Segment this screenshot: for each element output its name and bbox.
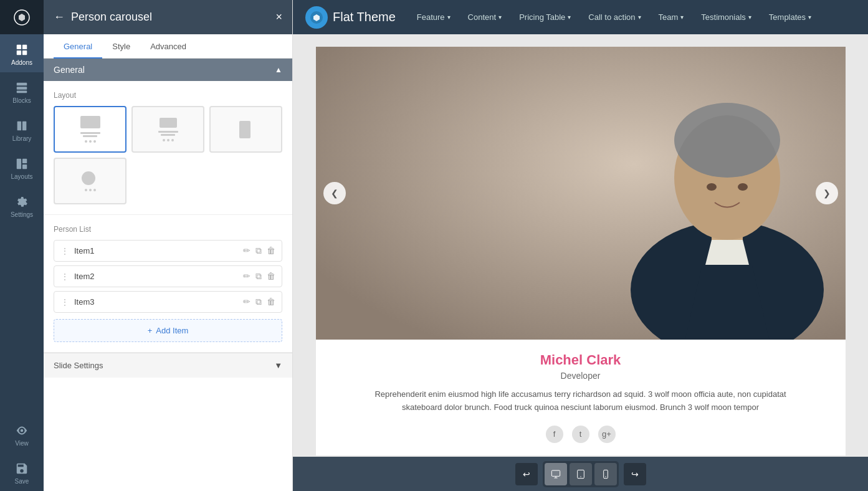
panel-tabs: General Style Advanced bbox=[44, 34, 292, 59]
panel-header-left: ← Person carousel bbox=[54, 11, 152, 24]
social-twitter-icon[interactable]: t bbox=[572, 426, 589, 443]
item-name: Item1 bbox=[74, 246, 243, 255]
person-list-section: Person List ⋮ Item1 ✏ ⧉ 🗑 ⋮ Item2 ✏ bbox=[44, 215, 292, 353]
svg-rect-11 bbox=[22, 159, 27, 163]
svg-rect-8 bbox=[17, 122, 21, 131]
nav-item-testimonials[interactable]: Testimonials ▾ bbox=[692, 0, 760, 34]
item-name: Item3 bbox=[74, 297, 243, 307]
sidebar-item-view[interactable]: View bbox=[0, 415, 44, 453]
sidebar-item-library[interactable]: Library bbox=[0, 110, 44, 148]
carousel-next-button[interactable]: ❯ bbox=[816, 182, 838, 204]
tab-advanced[interactable]: Advanced bbox=[140, 34, 196, 59]
drag-handle-icon[interactable]: ⋮ bbox=[60, 272, 69, 282]
plus-icon: + bbox=[148, 326, 153, 335]
redo-button[interactable]: ↪ bbox=[624, 463, 646, 485]
device-group bbox=[543, 461, 619, 487]
chevron-down-icon: ▾ bbox=[680, 14, 684, 21]
layout-row2 bbox=[54, 158, 282, 204]
icon-sidebar: Addons Blocks Library Layouts Settings V… bbox=[0, 0, 44, 491]
svg-point-13 bbox=[21, 429, 24, 432]
chevron-down-icon: ▼ bbox=[274, 361, 282, 370]
carousel-person-desc: Reprehenderit enim eiusmod high life acc… bbox=[369, 388, 793, 414]
nav-item-pricing-table[interactable]: Pricing Table ▾ bbox=[510, 0, 579, 34]
brand-icon bbox=[305, 6, 328, 29]
add-item-button[interactable]: + Add Item bbox=[54, 319, 282, 342]
layout-section: Layout bbox=[44, 81, 292, 215]
social-facebook-icon[interactable]: f bbox=[546, 426, 563, 443]
layout-lines-1 bbox=[80, 131, 100, 138]
list-item[interactable]: ⋮ Item1 ✏ ⧉ 🗑 bbox=[54, 240, 282, 262]
delete-icon[interactable]: 🗑 bbox=[267, 271, 275, 282]
nav-item-content[interactable]: Content ▾ bbox=[459, 0, 511, 34]
svg-rect-2 bbox=[22, 45, 27, 49]
sidebar-item-save[interactable]: Save bbox=[0, 453, 44, 491]
tab-general[interactable]: General bbox=[54, 34, 102, 59]
slide-settings-section: Slide Settings ▼ bbox=[44, 353, 292, 378]
chevron-up-icon: ▲ bbox=[275, 65, 282, 74]
chevron-down-icon: ▾ bbox=[808, 14, 811, 21]
carousel-container: ❮ ❯ Michel Clark Developer Reprehenderit… bbox=[316, 47, 846, 455]
carousel-social: f t g+ bbox=[335, 423, 827, 446]
brand-name: Flat Theme bbox=[333, 10, 396, 24]
panel-header: ← Person carousel × bbox=[44, 0, 292, 34]
layout-option-1[interactable] bbox=[54, 106, 126, 153]
list-item[interactable]: ⋮ Item3 ✏ ⧉ 🗑 bbox=[54, 291, 282, 313]
layout-option-4[interactable] bbox=[54, 158, 126, 204]
sidebar-item-layouts[interactable]: Layouts bbox=[0, 148, 44, 186]
layout-label: Layout bbox=[54, 91, 282, 100]
item-name: Item2 bbox=[74, 272, 243, 281]
settings-panel: ← Person carousel × General Style Advanc… bbox=[44, 0, 293, 491]
item-actions: ✏ ⧉ 🗑 bbox=[243, 245, 275, 256]
drag-handle-icon[interactable]: ⋮ bbox=[60, 246, 69, 256]
panel-title: Person carousel bbox=[71, 11, 152, 24]
tab-style[interactable]: Style bbox=[102, 34, 140, 59]
edit-icon[interactable]: ✏ bbox=[243, 297, 250, 307]
nav-item-templates[interactable]: Templates ▾ bbox=[760, 0, 820, 34]
svg-rect-28 bbox=[603, 470, 608, 478]
edit-icon[interactable]: ✏ bbox=[243, 271, 250, 282]
chevron-down-icon: ▾ bbox=[568, 14, 571, 21]
desktop-view-button[interactable] bbox=[545, 463, 567, 485]
navbar-brand: Flat Theme bbox=[305, 6, 396, 29]
tablet-view-button[interactable] bbox=[570, 463, 592, 485]
navbar: Flat Theme Feature ▾ Content ▾ Pricing T… bbox=[293, 0, 868, 34]
chevron-down-icon: ▾ bbox=[447, 14, 451, 21]
delete-icon[interactable]: 🗑 bbox=[267, 245, 275, 256]
svg-rect-4 bbox=[22, 50, 27, 55]
navbar-nav: Feature ▾ Content ▾ Pricing Table ▾ Call… bbox=[408, 0, 856, 34]
nav-item-team[interactable]: Team ▾ bbox=[650, 0, 693, 34]
close-button[interactable]: × bbox=[275, 11, 282, 24]
svg-rect-3 bbox=[17, 50, 21, 55]
sidebar-item-blocks[interactable]: Blocks bbox=[0, 72, 44, 110]
delete-icon[interactable]: 🗑 bbox=[267, 297, 275, 307]
chevron-down-icon: ▾ bbox=[498, 14, 502, 21]
preview-area: ❮ ❯ Michel Clark Developer Reprehenderit… bbox=[293, 34, 868, 457]
svg-point-27 bbox=[580, 476, 581, 477]
carousel-info: Michel Clark Developer Reprehenderit eni… bbox=[316, 340, 846, 455]
undo-button[interactable]: ↩ bbox=[515, 463, 538, 485]
svg-rect-26 bbox=[577, 470, 584, 478]
general-section-header[interactable]: General ▲ bbox=[44, 59, 292, 81]
back-button[interactable]: ← bbox=[54, 11, 65, 24]
svg-rect-6 bbox=[17, 87, 27, 90]
social-googleplus-icon[interactable]: g+ bbox=[598, 426, 616, 443]
drag-handle-icon[interactable]: ⋮ bbox=[60, 297, 69, 307]
chevron-down-icon: ▾ bbox=[748, 14, 751, 21]
chevron-down-icon: ▾ bbox=[638, 14, 641, 21]
panel-content: General ▲ Layout bbox=[44, 59, 292, 491]
copy-icon[interactable]: ⧉ bbox=[255, 245, 262, 256]
layout-option-3[interactable] bbox=[209, 106, 282, 153]
mobile-view-button[interactable] bbox=[594, 463, 617, 485]
layout-option-2[interactable] bbox=[131, 106, 204, 153]
copy-icon[interactable]: ⧉ bbox=[255, 297, 262, 307]
edit-icon[interactable]: ✏ bbox=[243, 245, 250, 256]
sidebar-item-settings[interactable]: Settings bbox=[0, 186, 44, 224]
item-actions: ✏ ⧉ 🗑 bbox=[243, 271, 275, 282]
list-item[interactable]: ⋮ Item2 ✏ ⧉ 🗑 bbox=[54, 265, 282, 287]
copy-icon[interactable]: ⧉ bbox=[255, 271, 262, 282]
carousel-prev-button[interactable]: ❮ bbox=[323, 182, 346, 204]
slide-settings-header[interactable]: Slide Settings ▼ bbox=[44, 353, 292, 378]
sidebar-item-addons[interactable]: Addons bbox=[0, 34, 44, 72]
nav-item-feature[interactable]: Feature ▾ bbox=[408, 0, 459, 34]
nav-item-call-to-action[interactable]: Call to action ▾ bbox=[579, 0, 649, 34]
